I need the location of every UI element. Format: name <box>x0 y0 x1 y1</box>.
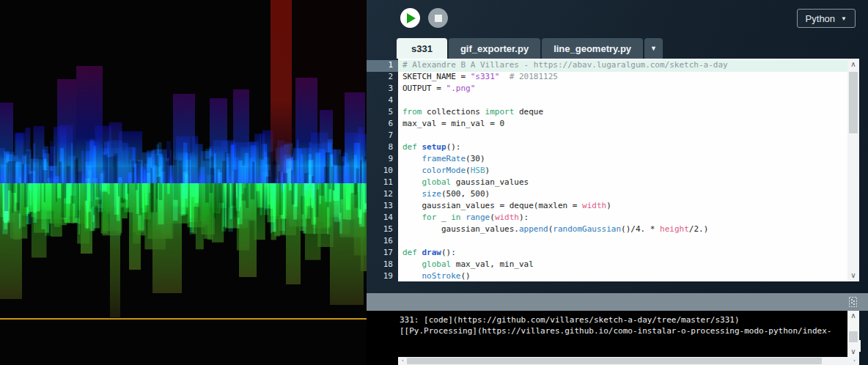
code-editor[interactable]: 12345678910111213141516171819 # Alexandr… <box>367 59 859 281</box>
code-line[interactable]: from collections import deque <box>398 107 847 119</box>
app-window: Python ▼ s331gif_exporter.pyline_geometr… <box>0 0 868 365</box>
run-button[interactable] <box>400 8 420 28</box>
console-hscroll-thumb[interactable] <box>407 358 822 364</box>
code-token: ) <box>485 166 490 175</box>
code-token: height <box>660 224 689 234</box>
console-vscroll-thumb[interactable] <box>849 331 858 342</box>
line-number: 15 <box>367 224 398 236</box>
tab-s331[interactable]: s331 <box>397 38 447 59</box>
line-number-gutter: 12345678910111213141516171819 <box>367 60 398 283</box>
code-token: in <box>451 213 460 222</box>
code-line[interactable]: def draw(): <box>398 248 847 259</box>
code-token: "s331" <box>471 72 500 81</box>
code-token <box>402 177 422 187</box>
code-line[interactable]: SKETCH_NAME = "s331" # 20181125 <box>398 72 847 84</box>
code-line[interactable]: for _ in range(width): <box>398 213 847 224</box>
code-token <box>402 154 422 163</box>
code-token: () <box>460 271 470 281</box>
code-token: width <box>495 213 519 222</box>
code-token <box>402 259 422 269</box>
stop-button[interactable] <box>428 8 448 28</box>
code-line[interactable]: colorMode(HSB) <box>398 166 847 177</box>
code-token: ( <box>466 166 471 175</box>
code-token <box>402 213 422 222</box>
editor-vscroll-thumb[interactable] <box>849 72 858 133</box>
line-number: 16 <box>367 236 398 248</box>
line-number: 10 <box>367 166 398 177</box>
code-token: # Alexandre B A Villares - https://abav.… <box>402 60 728 70</box>
code-line[interactable] <box>398 130 847 142</box>
tab-bar: s331gif_exporter.pyline_geometry.py▼ <box>367 38 868 59</box>
scroll-down-icon[interactable]: ∨ <box>848 348 858 355</box>
code-line[interactable]: frameRate(30) <box>398 154 847 166</box>
code-area[interactable]: # Alexandre B A Villares - https://abav.… <box>398 60 847 283</box>
code-token: size <box>422 189 442 199</box>
play-icon <box>407 13 416 23</box>
code-token: colorMode <box>422 166 466 175</box>
code-token: frameRate <box>422 154 466 163</box>
code-line[interactable]: gaussian_values = deque(maxlen = width) <box>398 201 847 213</box>
code-token: (): <box>441 248 456 257</box>
code-token: HSB <box>471 166 485 175</box>
code-token: max_val = min_val = 0 <box>402 119 504 128</box>
code-line[interactable]: gaussian_values.append(randomGaussian()/… <box>398 224 847 236</box>
line-number: 5 <box>367 107 398 119</box>
console-divider[interactable] <box>367 293 868 311</box>
line-number: 3 <box>367 84 398 95</box>
code-line[interactable]: noStroke() <box>398 271 847 283</box>
code-line[interactable]: OUTPUT = ".png" <box>398 84 847 95</box>
code-token: import <box>485 107 515 117</box>
code-token: range <box>466 213 490 222</box>
tab-line-geometry-py[interactable]: line_geometry.py <box>542 38 643 59</box>
line-number: 8 <box>367 142 398 154</box>
code-token: def <box>402 142 417 152</box>
scroll-up-icon[interactable]: ∧ <box>848 61 858 68</box>
console-horizontal-scrollbar[interactable]: ‹ › <box>398 357 859 365</box>
line-number: 2 <box>367 72 398 84</box>
code-line[interactable] <box>398 95 847 107</box>
code-token: /2.) <box>689 224 709 234</box>
sketch-output-pane <box>0 0 367 365</box>
code-token: (30) <box>466 154 485 163</box>
code-line[interactable]: max_val = min_val = 0 <box>398 119 847 130</box>
code-token <box>402 189 422 199</box>
tab-overflow-menu[interactable]: ▼ <box>644 38 663 59</box>
language-dropdown[interactable]: Python ▼ <box>797 9 856 28</box>
code-token: SKETCH_NAME = <box>402 72 471 81</box>
editor-vertical-scrollbar[interactable]: ∧ ∨ <box>847 59 859 281</box>
code-token: collections <box>422 107 485 117</box>
code-token: global <box>422 259 452 269</box>
console-panel: 331: [code](https://github.com/villares/… <box>367 311 859 365</box>
code-token: OUTPUT = <box>402 84 446 93</box>
line-number: 4 <box>367 95 398 107</box>
code-line[interactable]: global gaussian_values <box>398 177 847 189</box>
console-vertical-scrollbar[interactable]: ∧ ∨ <box>847 311 859 357</box>
scroll-down-icon[interactable]: ∨ <box>848 272 858 279</box>
console-copy-icon[interactable] <box>847 296 859 308</box>
code-line[interactable]: # Alexandre B A Villares - https://abav.… <box>398 60 847 72</box>
line-number: 1 <box>367 60 398 72</box>
code-token: draw <box>422 248 442 257</box>
code-line[interactable]: global max_val, min_val <box>398 259 847 271</box>
code-token: deque <box>514 107 543 117</box>
code-token <box>402 271 422 281</box>
line-number: 9 <box>367 154 398 166</box>
scroll-up-icon[interactable]: ∧ <box>848 312 858 320</box>
code-line[interactable] <box>398 236 847 248</box>
code-token <box>417 142 422 152</box>
code-token: randomGaussian <box>553 224 621 234</box>
code-line[interactable]: size(500, 500) <box>398 189 847 201</box>
code-token: ()/4. * <box>621 224 660 234</box>
line-number: 17 <box>367 248 398 259</box>
code-line[interactable]: def setup(): <box>398 142 847 154</box>
scroll-right-icon[interactable]: › <box>850 358 858 364</box>
line-number: 12 <box>367 189 398 201</box>
line-number: 6 <box>367 119 398 130</box>
line-number: 7 <box>367 130 398 142</box>
code-token: noStroke <box>422 271 461 281</box>
code-token: ) <box>606 201 611 210</box>
tab-gif-exporter-py[interactable]: gif_exporter.py <box>449 38 540 59</box>
scroll-left-icon[interactable]: ‹ <box>399 358 407 364</box>
line-number: 19 <box>367 271 398 283</box>
code-token: max_val, min_val <box>451 259 534 269</box>
